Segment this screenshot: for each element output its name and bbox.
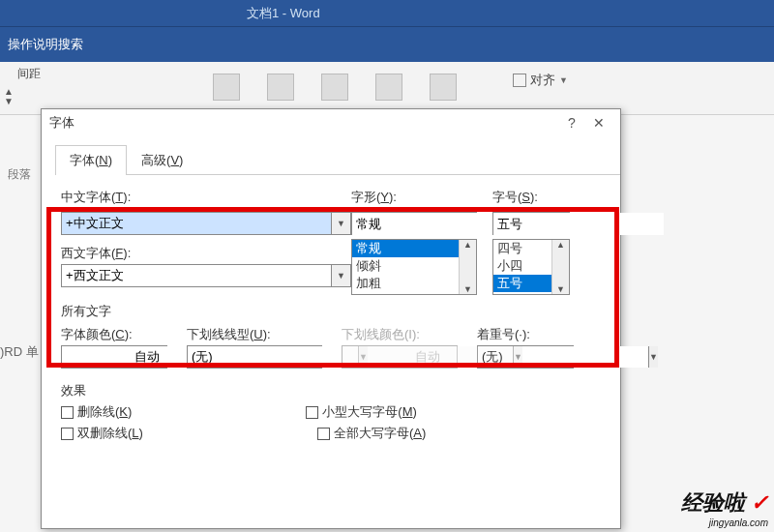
chevron-down-icon[interactable]: ▼ — [331, 213, 350, 234]
paragraph-group-label: 段落 — [8, 166, 31, 183]
document-background-text: )RD 单 — [0, 343, 39, 361]
effects-section: 效果 删除线(K) 小型大写字母(M) 双删除线(L) 全部大写 — [61, 382, 601, 442]
ribbon-icon-1[interactable] — [213, 74, 240, 101]
checkbox-allcaps[interactable]: 全部大写字母(A) — [317, 425, 426, 442]
label-west-font: 西文字体(F): — [61, 245, 351, 262]
ribbon-icon-3[interactable] — [321, 74, 348, 101]
list-item[interactable]: 常规 — [352, 240, 459, 257]
dialog-title: 字体 — [49, 114, 74, 132]
checkbox-icon — [317, 428, 330, 440]
scrollbar[interactable]: ▲▼ — [551, 240, 569, 294]
font-size-list[interactable]: 四号 小四 五号 ▲▼ — [492, 239, 570, 295]
ribbon-icons — [213, 74, 457, 101]
checkbox-strike[interactable]: 删除线(K) — [61, 403, 132, 421]
help-button[interactable]: ? — [558, 115, 585, 131]
font-size-input-wrap[interactable] — [492, 212, 570, 235]
underline-style-value[interactable] — [188, 346, 358, 368]
label-font-style: 字形(Y): — [351, 189, 477, 206]
checkbox-icon — [61, 406, 74, 419]
underline-color-value — [342, 346, 513, 368]
cn-font-combo[interactable]: ▼ — [61, 212, 351, 235]
chevron-down-icon[interactable]: ▼ — [648, 346, 658, 368]
west-font-input[interactable] — [62, 265, 331, 286]
align-label: 对齐 — [530, 72, 555, 89]
chevron-down-icon: ▼ — [513, 346, 522, 368]
ribbon-group-spacing: 间距 — [17, 66, 41, 82]
checkbox-icon — [306, 406, 318, 419]
ribbon-toolbar: 间距 ▲▼ 对齐 ▼ — [0, 62, 774, 115]
label-font-size: 字号(S): — [492, 189, 570, 206]
font-color-combo[interactable]: ▼ — [61, 345, 167, 369]
label-underline-color: 下划线颜色(I): — [342, 326, 458, 343]
spacing-buttons[interactable]: ▲▼ — [4, 87, 14, 106]
check-icon: ✓ — [751, 490, 768, 515]
underline-style-combo[interactable]: ▼ — [187, 345, 322, 369]
ribbon-search-row: 操作说明搜索 — [0, 27, 774, 62]
label-underline-style: 下划线线型(U): — [187, 326, 322, 343]
checkbox-double-strike[interactable]: 双删除线(L) — [61, 425, 143, 442]
ribbon-icon-4[interactable] — [375, 74, 402, 101]
tab-font[interactable]: 字体(N) — [55, 145, 127, 175]
west-font-combo[interactable]: ▼ — [61, 264, 351, 287]
effects-title: 效果 — [61, 382, 601, 399]
align-icon — [513, 74, 526, 87]
chevron-down-icon[interactable]: ▼ — [331, 265, 350, 286]
underline-color-combo: ▼ — [342, 345, 458, 369]
dialog-tabs: 字体(N) 高级(V) — [55, 144, 620, 175]
chevron-down-icon: ▼ — [559, 75, 568, 85]
ribbon-icon-5[interactable] — [430, 74, 457, 101]
checkbox-icon — [61, 428, 74, 440]
font-style-list[interactable]: 常规 倾斜 加粗 ▲▼ — [351, 239, 477, 295]
label-cn-font: 中文字体(T): — [61, 189, 351, 206]
scrollbar[interactable]: ▲▼ — [459, 240, 476, 294]
close-button[interactable]: ✕ — [585, 115, 612, 131]
align-button[interactable]: 对齐 ▼ — [513, 72, 568, 89]
label-font-color: 字体颜色(C): — [61, 326, 167, 343]
list-item[interactable]: 加粗 — [352, 275, 459, 292]
app-title: 文档1 - Word — [247, 5, 320, 22]
font-size-input[interactable] — [493, 213, 664, 235]
list-item[interactable]: 四号 — [493, 240, 551, 257]
list-item[interactable]: 五号 — [493, 275, 551, 292]
font-dialog: 字体 ? ✕ 字体(N) 高级(V) 中文字体(T): 字形(Y): 字号(S)… — [41, 108, 621, 529]
tab-advanced[interactable]: 高级(V) — [127, 145, 197, 175]
list-item[interactable]: 小四 — [493, 257, 551, 275]
watermark: 经验啦 ✓ jingyanla.com — [681, 488, 768, 528]
dialog-titlebar: 字体 ? ✕ — [42, 109, 620, 136]
section-all-chars: 所有文字 — [61, 303, 601, 320]
app-titlebar: 文档1 - Word — [0, 0, 774, 27]
checkbox-smallcaps[interactable]: 小型大写字母(M) — [306, 403, 417, 421]
dialog-body: 中文字体(T): 字形(Y): 字号(S): ▼ — [42, 175, 620, 456]
list-item[interactable]: 倾斜 — [352, 257, 459, 275]
cn-font-input[interactable] — [62, 213, 331, 234]
font-style-input-wrap[interactable] — [351, 212, 477, 235]
ribbon-icon-2[interactable] — [267, 74, 294, 101]
search-hint[interactable]: 操作说明搜索 — [8, 36, 83, 53]
label-emphasis: 着重号(·): — [477, 326, 574, 343]
